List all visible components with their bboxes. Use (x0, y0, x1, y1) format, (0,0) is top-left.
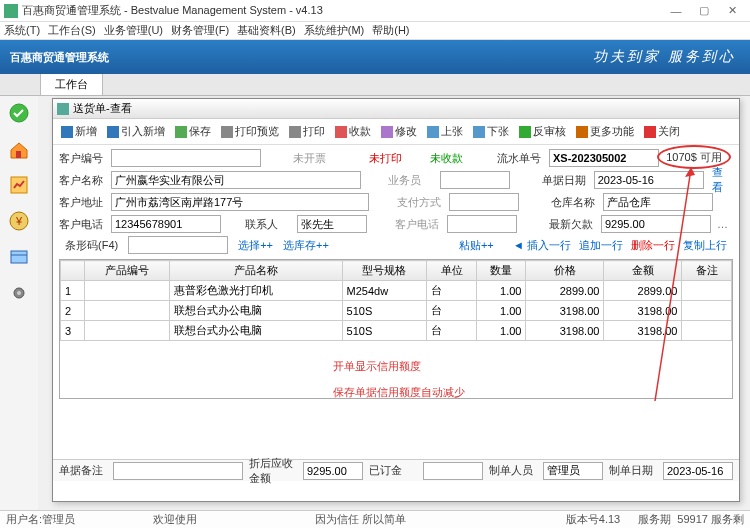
tbtn-icon (473, 126, 485, 138)
table-row[interactable]: 2联想台式办公电脑510S台1.003198.003198.00 (61, 301, 732, 321)
grid[interactable]: 产品编号产品名称型号规格单位数量价格金额备注 1惠普彩色激光打印机M254dw台… (59, 259, 733, 399)
grid-header[interactable]: 产品编号 (85, 261, 170, 281)
addr-input[interactable] (111, 193, 369, 211)
tbtn-1[interactable]: 引入新增 (103, 122, 169, 141)
sidebar-report-icon[interactable] (8, 174, 30, 196)
grid-header[interactable]: 金额 (604, 261, 682, 281)
tel-input[interactable] (111, 215, 221, 233)
remark-input[interactable] (113, 462, 243, 480)
table-row[interactable]: 3联想台式办公电脑510S台1.003198.003198.00 (61, 321, 732, 341)
grid-header[interactable]: 数量 (476, 261, 526, 281)
tbtn-4[interactable]: 打印 (285, 122, 329, 141)
grid-header[interactable]: 型号规格 (342, 261, 427, 281)
tbtn-label: 收款 (349, 124, 371, 139)
tbtn-label: 新增 (75, 124, 97, 139)
pay-input[interactable] (449, 193, 519, 211)
contact-label: 联系人 (245, 217, 293, 232)
tbtn-7[interactable]: 上张 (423, 122, 467, 141)
tbtn-icon (221, 126, 233, 138)
minimize-button[interactable]: — (662, 5, 690, 17)
svg-point-8 (17, 291, 21, 295)
table-row[interactable]: 1惠普彩色激光打印机M254dw台1.002899.002899.00 (61, 281, 732, 301)
close-button[interactable]: ✕ (718, 4, 746, 17)
flow-no-input[interactable] (549, 149, 659, 167)
not-received-link[interactable]: 未收款 (430, 151, 463, 166)
more-icon[interactable]: … (717, 218, 728, 230)
menu-finance[interactable]: 财务管理(F) (171, 23, 229, 38)
sidebar-gear-icon[interactable] (8, 282, 30, 304)
disc-label: 折后应收金额 (249, 456, 297, 486)
paste-link[interactable]: 粘贴++ (459, 238, 494, 253)
tbtn-icon (335, 126, 347, 138)
tbtn-icon (644, 126, 656, 138)
remark-label: 单据备注 (59, 463, 107, 478)
insert-row-link[interactable]: ◄ 插入一行 (513, 238, 571, 253)
dialog-title: 送货单-查看 (73, 101, 132, 116)
tbtn-label: 保存 (189, 124, 211, 139)
deposit-input[interactable] (423, 462, 483, 480)
menu-basedata[interactable]: 基础资料(B) (237, 23, 296, 38)
addr-label: 客户地址 (59, 195, 107, 210)
tbtn-0[interactable]: 新增 (57, 122, 101, 141)
tab-workbench[interactable]: 工作台 (40, 73, 103, 95)
grid-header[interactable] (61, 261, 85, 281)
menu-maintain[interactable]: 系统维护(M) (304, 23, 365, 38)
grid-toolbar: 条形码(F4) 选择++ 选库存++ 粘贴++ ◄ 插入一行 追加一行 删除一行… (59, 235, 733, 255)
not-printed-link[interactable]: 未打印 (369, 151, 402, 166)
view-link[interactable]: 查看 (712, 165, 733, 195)
tel-label: 客户电话 (59, 217, 107, 232)
grid-header[interactable]: 备注 (682, 261, 732, 281)
not-invoiced-label: 未开票 (293, 151, 341, 166)
menu-system[interactable]: 系统(T) (4, 23, 40, 38)
grid-header[interactable]: 产品名称 (169, 261, 342, 281)
statusbar: 用户名:管理员 欢迎使用 因为信任 所以简单 版本号4.13 服务期 59917… (0, 510, 750, 528)
sidebar: ¥ (0, 96, 38, 516)
tbtn-2[interactable]: 保存 (171, 122, 215, 141)
sidebar-home-icon[interactable] (8, 138, 30, 160)
sidebar-data-icon[interactable] (8, 246, 30, 268)
mkdate-input[interactable] (663, 462, 733, 480)
bill-date-input[interactable] (594, 171, 704, 189)
sidebar-money-icon[interactable]: ¥ (8, 210, 30, 232)
last-owe-input[interactable] (601, 215, 711, 233)
tbtn-3[interactable]: 打印预览 (217, 122, 283, 141)
grid-header[interactable]: 单位 (427, 261, 477, 281)
tbtn-5[interactable]: 收款 (331, 122, 375, 141)
select-link[interactable]: 选择++ (238, 238, 273, 253)
tbtn-10[interactable]: 更多功能 (572, 122, 638, 141)
banner: 百惠商贸通管理系统 功夫到家 服务到心 (0, 40, 750, 74)
disc-input[interactable] (303, 462, 363, 480)
tbtn-label: 下张 (487, 124, 509, 139)
tbtn-8[interactable]: 下张 (469, 122, 513, 141)
menu-workbench[interactable]: 工作台(S) (48, 23, 96, 38)
tbtn-11[interactable]: 关闭 (640, 122, 684, 141)
append-row-link[interactable]: 追加一行 (579, 238, 623, 253)
cust-tel-input[interactable] (447, 215, 517, 233)
menu-help[interactable]: 帮助(H) (372, 23, 409, 38)
sidebar-ok-icon[interactable] (8, 102, 30, 124)
dialog-icon (57, 103, 69, 115)
tbtn-label: 打印 (303, 124, 325, 139)
tbtn-label: 修改 (395, 124, 417, 139)
maker-label: 制单人员 (489, 463, 537, 478)
sales-input[interactable] (440, 171, 510, 189)
copy-row-link[interactable]: 复制上行 (683, 238, 727, 253)
menu-business[interactable]: 业务管理(U) (104, 23, 163, 38)
delete-row-link[interactable]: 删除一行 (631, 238, 675, 253)
barcode-input[interactable] (128, 236, 228, 254)
cust-no-input[interactable] (111, 149, 261, 167)
grid-header[interactable]: 价格 (526, 261, 604, 281)
tbtn-label: 引入新增 (121, 124, 165, 139)
contact-input[interactable] (297, 215, 367, 233)
tbtn-9[interactable]: 反审核 (515, 122, 570, 141)
tbtn-6[interactable]: 修改 (377, 122, 421, 141)
deposit-label: 已订金 (369, 463, 417, 478)
wh-input[interactable] (603, 193, 713, 211)
maximize-button[interactable]: ▢ (690, 4, 718, 17)
delivery-dialog: 送货单-查看 新增引入新增保存打印预览打印收款修改上张下张反审核更多功能关闭 1… (52, 98, 740, 502)
selectstock-link[interactable]: 选库存++ (283, 238, 329, 253)
cust-name-input[interactable] (111, 171, 361, 189)
dialog-toolbar: 新增引入新增保存打印预览打印收款修改上张下张反审核更多功能关闭 (53, 119, 739, 145)
maker-input[interactable] (543, 462, 603, 480)
banner-slogan: 功夫到家 服务到心 (593, 48, 736, 66)
